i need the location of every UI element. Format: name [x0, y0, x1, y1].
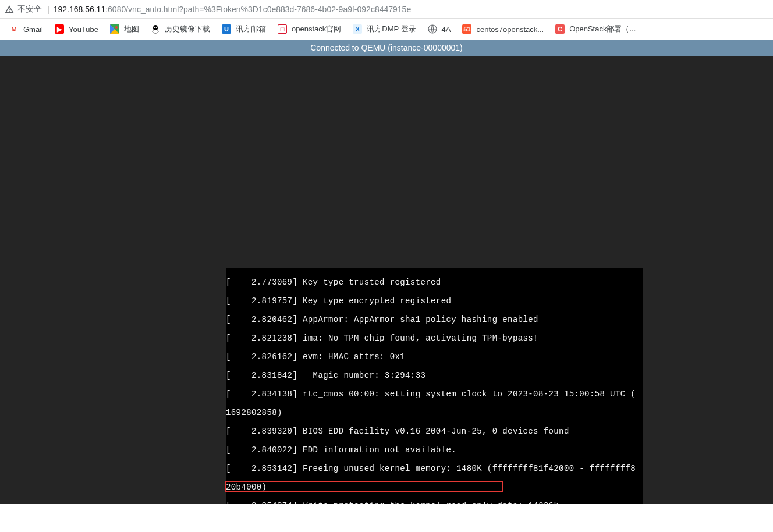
bookmark-label: 讯方DMP 登录	[367, 24, 416, 34]
bookmark-osdeploy[interactable]: C OpenStack部署（...	[549, 22, 641, 37]
separator: |	[48, 5, 50, 14]
address-bar[interactable]: 不安全 | 192.168.56.11:6080/vnc_auto.html?p…	[0, 0, 773, 19]
bookmark-gmail[interactable]: M Gmail	[3, 22, 49, 36]
console-line: [ 2.839320] BIOS EDD facility v0.16 2004…	[226, 427, 643, 436]
bookmark-bar: M Gmail ▶ YouTube 地图 历史镜像下载 U 讯方邮箱 □ ope…	[0, 19, 773, 40]
svg-point-4	[154, 27, 155, 28]
c-icon: C	[555, 24, 565, 34]
svg-point-1	[115, 26, 118, 29]
console-line: [ 2.773069] Key type trusted registered	[226, 278, 643, 287]
openstack-icon: □	[278, 24, 287, 34]
console-line: 1692802858)	[226, 408, 643, 417]
bookmark-label: 地图	[124, 24, 139, 34]
maps-icon	[110, 24, 119, 34]
console-line: [ 2.820462] AppArmor: AppArmor sha1 poli…	[226, 315, 643, 324]
bookmark-label: OpenStack部署（...	[569, 24, 636, 34]
bookmark-label: Gmail	[23, 25, 43, 34]
bookmark-centos[interactable]: 51 centos7openstack...	[456, 22, 549, 36]
console-line: [ 2.826162] evm: HMAC attrs: 0x1	[226, 352, 643, 361]
bookmark-label: YouTube	[69, 25, 98, 34]
bookmark-maps[interactable]: 地图	[104, 22, 145, 37]
linux-icon	[151, 24, 160, 34]
console-line: [ 2.821238] ima: No TPM chip found, acti…	[226, 334, 643, 343]
vnc-status-bar: Connected to QEMU (instance-00000001)	[0, 40, 773, 56]
console-line: [ 2.819757] Key type encrypted registere…	[226, 296, 643, 306]
console-line: [ 2.834138] rtc_cmos 00:00: setting syst…	[226, 389, 643, 399]
mail-icon: U	[222, 24, 231, 34]
bookmark-label: 讯方邮箱	[236, 24, 266, 34]
url-host: 192.168.56.11	[54, 5, 106, 14]
youtube-icon: ▶	[55, 24, 64, 34]
svg-point-3	[153, 30, 158, 33]
csdn-icon: 51	[462, 24, 471, 34]
page-bottom	[0, 504, 773, 532]
bookmark-label: 历史镜像下载	[165, 24, 210, 34]
vnc-viewport[interactable]: [ 2.773069] Key type trusted registered …	[0, 56, 773, 532]
url-path: :6080/vnc_auto.html?path=%3Ftoken%3D1c0e…	[105, 5, 411, 14]
insecure-label: 不安全	[17, 4, 42, 15]
svg-point-5	[156, 27, 157, 28]
bookmark-label: centos7openstack...	[476, 25, 544, 34]
warning-icon	[5, 5, 14, 14]
gmail-icon: M	[9, 24, 19, 34]
vnc-status-text: Connected to QEMU (instance-00000001)	[310, 43, 462, 52]
console-line: [ 2.840022] EDD information not availabl…	[226, 445, 643, 455]
bookmark-dmp[interactable]: X 讯方DMP 登录	[347, 22, 421, 37]
bookmark-4a[interactable]: 4A	[422, 22, 457, 36]
console-line: [ 2.831842] Magic number: 3:294:33	[226, 371, 643, 380]
bookmark-label: openstack官网	[292, 24, 341, 34]
console-line: [ 2.853142] Freeing unused kernel memory…	[226, 464, 643, 473]
console-line: 20b4000)	[226, 483, 643, 492]
dmp-icon: X	[353, 24, 362, 34]
globe-icon	[428, 24, 437, 34]
bookmark-mirror[interactable]: 历史镜像下载	[145, 22, 216, 37]
bookmark-youtube[interactable]: ▶ YouTube	[49, 22, 104, 36]
bookmark-label: 4A	[442, 25, 451, 34]
bookmark-openstack[interactable]: □ openstack官网	[272, 22, 347, 37]
bookmark-xfmail[interactable]: U 讯方邮箱	[216, 22, 272, 37]
console-output: [ 2.773069] Key type trusted registered …	[226, 268, 643, 532]
